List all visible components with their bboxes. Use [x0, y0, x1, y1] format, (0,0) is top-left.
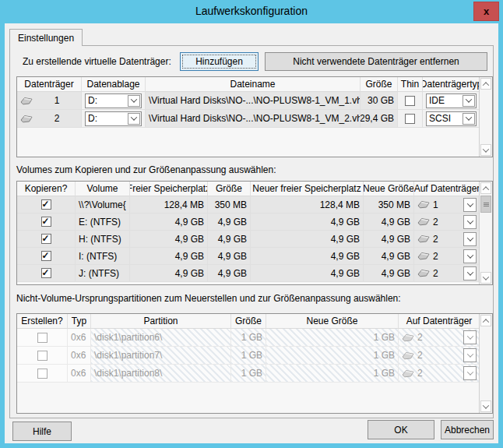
copy-checkbox[interactable]	[41, 268, 51, 278]
copy-cell	[17, 265, 76, 282]
chevron-down-icon[interactable]	[463, 266, 477, 280]
type-cell: 0x6	[68, 365, 91, 383]
target-disk-cell: 2	[399, 347, 480, 365]
disk-icon	[402, 369, 414, 378]
disk-number: 1	[36, 95, 78, 106]
header-auf-datentraeger: Auf Datenträger	[399, 314, 480, 329]
scroll-up-icon[interactable]	[480, 78, 491, 90]
table-row: J: (NTFS) 4,9 GB 4,9 GB 4,9 GB 4,9 GB 2	[17, 265, 480, 282]
target-disk-cell: 2	[399, 365, 480, 383]
new-size-cell: 1 GB	[266, 347, 399, 365]
size-cell: 1 GB	[231, 347, 266, 365]
new-size-cell: 4,9 GB	[364, 231, 414, 248]
new-size-cell: 1 GB	[266, 365, 399, 383]
disk-icon	[417, 252, 430, 260]
scroll-up-icon[interactable]	[480, 315, 491, 326]
help-button[interactable]: Hilfe	[12, 422, 72, 441]
new-size-cell: 350 MB	[364, 196, 414, 213]
chevron-down-icon[interactable]	[463, 198, 477, 212]
remove-unused-disks-button[interactable]: Nicht verwendete Datenträger entfernen	[265, 52, 487, 71]
header-groesse: Größe	[231, 314, 266, 329]
header-kopieren: Kopieren?	[17, 182, 76, 196]
copy-checkbox[interactable]	[41, 217, 51, 227]
storage-cell: D:	[82, 110, 146, 128]
create-checkbox[interactable]	[37, 369, 47, 379]
header-datentraeger: Datenträger	[17, 77, 82, 92]
chevron-down-icon[interactable]	[463, 232, 477, 246]
target-disk-number: 2	[433, 217, 463, 228]
chevron-down-icon[interactable]	[463, 249, 477, 263]
scroll-up-icon[interactable]	[480, 182, 491, 194]
target-disk-number: 2	[433, 251, 463, 262]
add-disk-button[interactable]: Hinzufügen	[180, 52, 259, 71]
copy-cell	[17, 213, 76, 231]
chevron-down-icon[interactable]	[463, 366, 477, 380]
partitions-table-header: Erstellen? Typ Partition Größe Neue Größ…	[17, 314, 480, 329]
create-checkbox[interactable]	[37, 333, 47, 343]
new-size-cell: 4,9 GB	[364, 248, 414, 265]
chevron-down-icon[interactable]	[128, 113, 140, 125]
header-dateiname: Dateiname	[146, 77, 361, 92]
storage-select[interactable]: D:	[85, 111, 142, 126]
size-cell: 1 GB	[231, 365, 266, 383]
disk-type-select[interactable]: SCSI	[426, 111, 477, 126]
header-auf-datentraeger: Auf Datenträger	[414, 182, 480, 196]
partitions-table-scrollbar[interactable]	[479, 314, 492, 413]
partitions-section-label: Nicht-Volume-Ursprungspartitionen zum Ne…	[16, 293, 401, 304]
header-groesse: Größe	[208, 182, 251, 196]
scroll-down-icon[interactable]	[480, 272, 491, 284]
scroll-down-icon[interactable]	[480, 144, 491, 156]
table-row: H: (NTFS) 4,9 GB 4,9 GB 4,9 GB 4,9 GB 2	[17, 231, 480, 248]
volume-cell: J: (NTFS)	[76, 265, 130, 282]
target-disk-cell: 2	[399, 329, 480, 347]
chevron-down-icon[interactable]	[463, 113, 475, 125]
thin-checkbox[interactable]	[405, 96, 415, 106]
table-row: \\?\Volume{ 128,4 MB 350 MB 128,4 MB 350…	[17, 196, 480, 213]
ok-button[interactable]: OK	[368, 420, 434, 439]
create-checkbox[interactable]	[37, 351, 47, 361]
header-neue-groesse: Neue Größe	[266, 314, 399, 329]
chevron-down-icon[interactable]	[463, 95, 475, 107]
table-row: 2 D: \Virtual Hard Disks\NO-...\NO-PLUSW…	[17, 110, 480, 128]
thin-checkbox[interactable]	[405, 114, 415, 124]
disk-type-cell: SCSI	[423, 110, 480, 128]
dialog-title: Laufwerkskonfiguration	[0, 5, 503, 17]
target-disk-cell: 2	[414, 265, 480, 282]
cancel-button[interactable]: Abbrechen	[441, 420, 494, 439]
free-space-cell: 4,9 GB	[130, 248, 208, 265]
copy-checkbox[interactable]	[41, 199, 51, 210]
scrollbar-thumb[interactable]	[480, 196, 491, 213]
size-cell: 4,9 GB	[208, 213, 251, 231]
header-datentraegertyp: Datenträgertyp	[423, 77, 480, 92]
disks-table-scrollbar[interactable]	[479, 77, 492, 157]
target-disk-cell: 1	[414, 196, 480, 213]
new-size-cell: 4,9 GB	[364, 265, 414, 282]
target-disk-cell: 2	[414, 248, 480, 265]
copy-checkbox[interactable]	[41, 234, 51, 244]
size-cell: 4,9 GB	[208, 265, 251, 282]
disk-icon	[20, 115, 33, 123]
copy-cell	[17, 248, 76, 265]
scroll-down-icon[interactable]	[480, 400, 491, 412]
partition-cell: \disk1\partition8\	[91, 365, 231, 383]
disk-type-select[interactable]: IDE	[426, 93, 477, 108]
copy-checkbox[interactable]	[41, 251, 51, 261]
chevron-down-icon[interactable]	[463, 215, 477, 229]
thin-cell	[398, 110, 423, 128]
chevron-down-icon[interactable]	[463, 330, 477, 344]
storage-select[interactable]: D:	[85, 93, 142, 108]
target-disk-number: 1	[433, 199, 463, 210]
target-disk-number: 2	[417, 350, 463, 361]
header-freier-speicherplatz: Freier Speicherplatz	[130, 182, 208, 196]
chevron-down-icon[interactable]	[128, 95, 140, 107]
close-button[interactable]: x	[473, 2, 499, 21]
tab-einstellungen[interactable]: Einstellungen	[9, 29, 83, 46]
filename-cell: \Virtual Hard Disks\NO-...\NO-PLUSW8-1_V…	[146, 110, 361, 128]
chevron-down-icon[interactable]	[463, 348, 477, 362]
storage-cell: D:	[82, 92, 146, 110]
volumes-table-scrollbar[interactable]	[479, 182, 492, 284]
filename-cell: \Virtual Hard Disks\NO-...\NO-PLUSW8-1_V…	[146, 92, 361, 110]
size-cell: 4,9 GB	[208, 248, 251, 265]
copy-cell	[17, 196, 76, 213]
create-cell	[17, 347, 68, 365]
